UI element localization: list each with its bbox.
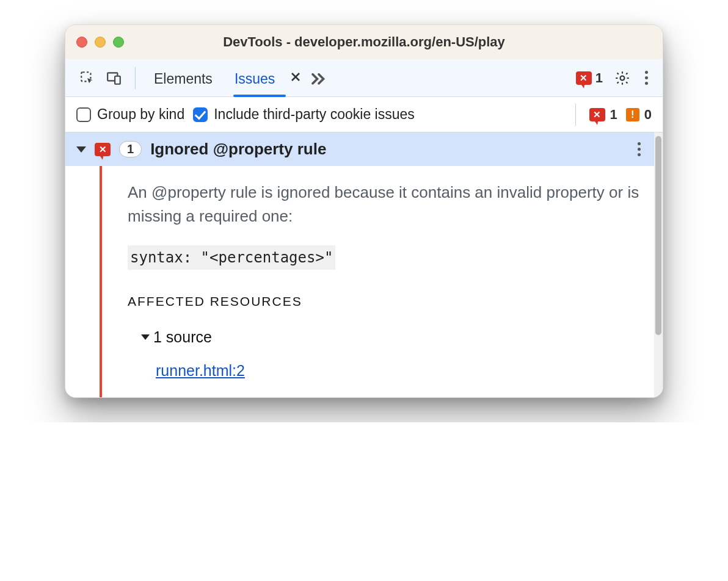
separator <box>135 67 136 89</box>
error-icon: ✕ <box>589 108 605 121</box>
tab-elements[interactable]: Elements <box>145 60 221 96</box>
issue-text: An @property rule is ignored because it … <box>102 166 654 397</box>
third-party-cookies-label: Include third-party cookie issues <box>214 106 415 123</box>
checkbox-unchecked-icon <box>76 107 91 122</box>
more-tabs-icon[interactable] <box>308 67 330 89</box>
devtools-toolbar: Elements Issues ✕ 1 <box>65 59 663 97</box>
group-by-kind-label: Group by kind <box>97 106 184 123</box>
toolbar-error-count[interactable]: ✕ 1 <box>576 70 603 86</box>
tab-issues[interactable]: Issues <box>226 60 283 96</box>
issue-body: An @property rule is ignored because it … <box>65 166 654 397</box>
issue-content: ✕ 1 Ignored @property rule An @property … <box>65 132 654 397</box>
source-link[interactable]: runner.html:2 <box>156 359 245 383</box>
issue-description: An @property rule is ignored because it … <box>128 181 649 228</box>
issues-panel: ✕ 1 Ignored @property rule An @property … <box>65 132 663 397</box>
issues-filter-bar: Group by kind Include third-party cookie… <box>65 97 663 132</box>
traffic-lights <box>76 37 124 48</box>
filter-error-count[interactable]: ✕ 1 <box>589 107 617 123</box>
scrollbar-thumb[interactable] <box>655 136 661 335</box>
settings-button[interactable] <box>611 67 633 89</box>
issue-code-snippet: syntax: "<percentages>" <box>128 245 335 270</box>
inspect-element-icon[interactable] <box>76 67 98 89</box>
more-options-button[interactable] <box>638 71 654 85</box>
separator <box>575 104 576 126</box>
titlebar: DevTools - developer.mozilla.org/en-US/p… <box>65 25 663 59</box>
filter-warning-count-value: 0 <box>644 107 652 123</box>
filter-error-count-value: 1 <box>610 107 617 123</box>
group-by-kind-checkbox[interactable]: Group by kind <box>76 106 184 123</box>
close-tab-icon[interactable] <box>289 70 302 87</box>
svg-point-3 <box>621 76 625 80</box>
device-toolbar-icon[interactable] <box>103 67 125 89</box>
affected-resources-heading: Affected Resources <box>128 292 649 311</box>
checkbox-checked-icon <box>193 107 208 122</box>
issue-count-pill: 1 <box>119 141 142 157</box>
error-count-value: 1 <box>595 70 603 86</box>
window-title: DevTools - developer.mozilla.org/en-US/p… <box>65 34 663 50</box>
issue-header[interactable]: ✕ 1 Ignored @property rule <box>65 132 654 166</box>
third-party-cookies-checkbox[interactable]: Include third-party cookie issues <box>193 106 415 123</box>
scrollbar[interactable] <box>654 132 663 397</box>
devtools-window: DevTools - developer.mozilla.org/en-US/p… <box>65 24 663 398</box>
minimize-window-icon[interactable] <box>95 37 106 48</box>
chevron-down-icon <box>76 146 86 153</box>
error-icon: ✕ <box>576 71 592 85</box>
close-window-icon[interactable] <box>76 37 87 48</box>
zoom-window-icon[interactable] <box>113 37 124 48</box>
svg-rect-2 <box>115 76 120 84</box>
issue-title: Ignored @property rule <box>150 140 622 159</box>
source-count-row[interactable]: 1 source <box>141 326 649 349</box>
error-icon: ✕ <box>95 143 111 156</box>
chevron-down-icon <box>141 334 150 340</box>
issue-more-options[interactable] <box>631 142 647 156</box>
filter-warning-count[interactable]: ! 0 <box>626 107 652 123</box>
source-count-label: 1 source <box>153 326 212 349</box>
warning-icon: ! <box>626 108 639 121</box>
